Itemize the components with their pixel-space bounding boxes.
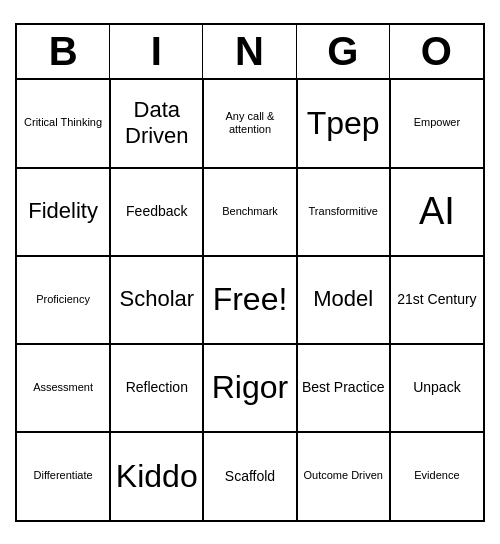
cell-text: Free!	[213, 280, 288, 318]
bingo-cell: Critical Thinking	[17, 80, 110, 168]
bingo-cell: Proficiency	[17, 256, 110, 344]
bingo-cell: Fidelity	[17, 168, 110, 256]
cell-text: Differentiate	[34, 469, 93, 482]
cell-text: Reflection	[126, 379, 188, 396]
cell-text: Model	[313, 286, 373, 312]
bingo-cell: Differentiate	[17, 432, 110, 520]
cell-text: Empower	[414, 116, 460, 129]
header-letter: G	[297, 25, 390, 78]
header-letter: O	[390, 25, 483, 78]
cell-text: Fidelity	[28, 198, 98, 224]
cell-text: Critical Thinking	[24, 116, 102, 129]
cell-text: Kiddo	[116, 457, 198, 495]
bingo-cell: Kiddo	[110, 432, 203, 520]
cell-text: Evidence	[414, 469, 459, 482]
bingo-cell: Data Driven	[110, 80, 203, 168]
header-letter: B	[17, 25, 110, 78]
bingo-cell: Outcome Driven	[297, 432, 390, 520]
cell-text: Scholar	[119, 286, 194, 312]
bingo-cell: Assessment	[17, 344, 110, 432]
bingo-cell: Model	[297, 256, 390, 344]
cell-text: Best Practice	[302, 379, 384, 396]
cell-text: Feedback	[126, 203, 187, 220]
cell-text: 21st Century	[397, 291, 476, 308]
cell-text: Tpep	[307, 104, 380, 142]
bingo-cell: Rigor	[203, 344, 296, 432]
cell-text: AI	[419, 189, 455, 235]
bingo-cell: Scholar	[110, 256, 203, 344]
cell-text: Any call & attention	[208, 110, 291, 136]
bingo-header: BINGO	[17, 25, 483, 80]
cell-text: Unpack	[413, 379, 460, 396]
bingo-cell: Reflection	[110, 344, 203, 432]
cell-text: Proficiency	[36, 293, 90, 306]
bingo-cell: Scaffold	[203, 432, 296, 520]
bingo-cell: Unpack	[390, 344, 483, 432]
bingo-cell: Free!	[203, 256, 296, 344]
bingo-card: BINGO Critical ThinkingData DrivenAny ca…	[15, 23, 485, 522]
bingo-cell: Empower	[390, 80, 483, 168]
bingo-grid: Critical ThinkingData DrivenAny call & a…	[17, 80, 483, 520]
cell-text: Rigor	[212, 368, 288, 406]
cell-text: Outcome Driven	[303, 469, 382, 482]
bingo-cell: Benchmark	[203, 168, 296, 256]
cell-text: Benchmark	[222, 205, 278, 218]
bingo-cell: Tpep	[297, 80, 390, 168]
bingo-cell: Any call & attention	[203, 80, 296, 168]
bingo-cell: Transformitive	[297, 168, 390, 256]
bingo-cell: 21st Century	[390, 256, 483, 344]
bingo-cell: AI	[390, 168, 483, 256]
header-letter: I	[110, 25, 203, 78]
bingo-cell: Best Practice	[297, 344, 390, 432]
cell-text: Transformitive	[309, 205, 378, 218]
bingo-cell: Evidence	[390, 432, 483, 520]
cell-text: Data Driven	[115, 97, 198, 150]
cell-text: Assessment	[33, 381, 93, 394]
header-letter: N	[203, 25, 296, 78]
bingo-cell: Feedback	[110, 168, 203, 256]
cell-text: Scaffold	[225, 468, 275, 485]
